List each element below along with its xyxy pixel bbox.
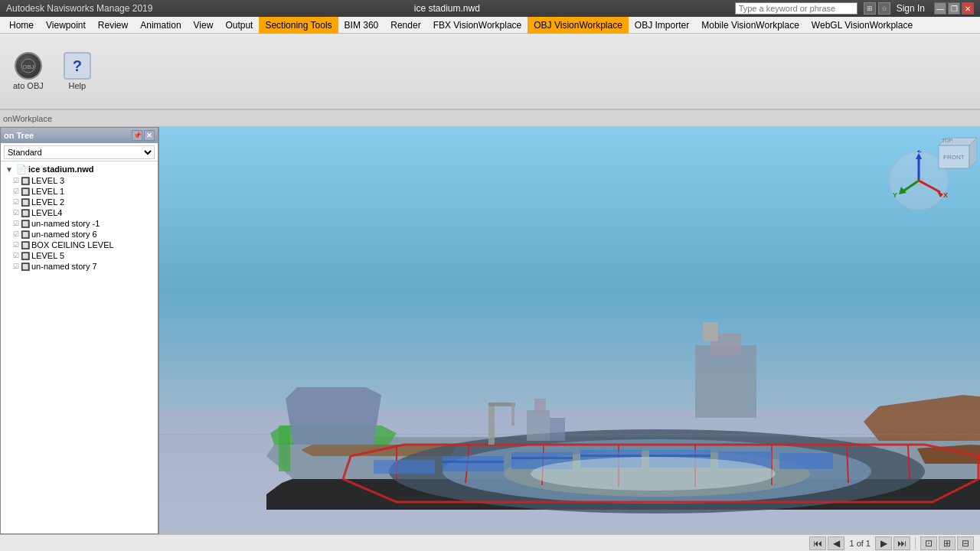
svg-text:X: X [943,191,948,199]
tree-item-level2[interactable]: ☑ 🔲 LEVEL 2 [1,197,158,207]
menu-item-home[interactable]: Home [3,17,40,34]
tree-mode-select[interactable]: Standard Compact Properties Sets [4,145,155,159]
menu-item-sectioning-tools[interactable]: Sectioning Tools [259,17,338,34]
svg-rect-26 [443,456,504,471]
3d-model [159,127,980,534]
root-file-icon: 📄 [16,165,27,174]
view-settings-btn2[interactable]: ⊞ [939,536,956,550]
panel-close-btn[interactable]: ✕ [144,130,155,141]
level1-group-icon: 🔲 [21,187,30,196]
menu-item-render[interactable]: Render [384,17,426,34]
svg-rect-32 [374,460,435,474]
svg-text:Z: Z [917,150,922,154]
ribbon-section-label: onWorkplace [3,114,52,123]
level5-group-icon: 🔲 [21,252,30,260]
svg-rect-40 [511,403,514,425]
svg-rect-34 [511,457,573,459]
nav-last-btn[interactable]: ⏭ [893,536,910,550]
menu-item-fbx-visionworkplace[interactable]: FBX VisionWorkplace [427,17,528,34]
statusbar: ⏮ ◀ 1 of 1 ▶ ⏭ ⊡ ⊞ ⊟ [0,534,980,551]
search-input[interactable] [735,2,858,15]
svg-rect-35 [580,455,642,457]
titlebar-right: ⊞ ☆ Sign In — ❐ ✕ [735,2,974,15]
toolbar-icons: ⊞ ☆ [864,2,890,15]
close-btn[interactable]: ✕ [962,2,974,15]
level1-check-icon: ☑ [13,187,19,195]
tree-item-root-label: ice stadium.nwd [28,165,94,174]
viewport[interactable]: Z X Y FRONT TOP [159,127,980,534]
tree-item-unnamed1[interactable]: ☑ 🔲 un-named story -1 [1,218,158,229]
tree-item-level4[interactable]: ☑ 🔲 LEVEL4 [1,207,158,218]
svg-text:TOP: TOP [942,138,953,143]
tree-item-level1[interactable]: ☑ 🔲 LEVEL 1 [1,186,158,197]
menu-item-webgl-visionworkplace[interactable]: WebGL VisionWorkplace [805,17,919,34]
svg-text:OBJ: OBJ [22,64,34,70]
titlebar: Autodesk Navisworks Manage 2019 ice stad… [0,0,980,17]
tree-item-level3[interactable]: ☑ 🔲 LEVEL 3 [1,175,158,186]
help-icon: ? [64,52,91,80]
panel-title-buttons: 📌 ✕ [132,130,155,141]
svg-rect-42 [550,418,565,441]
clip-plane-indicator [159,434,980,435]
main-area: on Tree 📌 ✕ Standard Compact Properties … [0,127,980,534]
svg-rect-39 [488,403,515,406]
svg-rect-31 [779,453,833,469]
box-ceiling-check-icon: ☑ [13,241,19,249]
menu-item-animation[interactable]: Animation [134,17,187,34]
nav-prev-btn[interactable]: ◀ [828,536,844,550]
tree-item-level5[interactable]: ☑ 🔲 LEVEL 5 [1,250,158,261]
menubar: HomeViewpointReviewAnimationViewOutputSe… [0,17,980,34]
app-name: Autodesk Navisworks Manage 2019 [6,3,159,14]
help-btn[interactable]: ? Help [57,48,98,94]
menu-item-review[interactable]: Review [92,17,134,34]
level2-group-icon: 🔲 [21,198,30,207]
level3-check-icon: ☑ [13,177,19,184]
menu-item-obj-importer[interactable]: OBJ Importer [629,17,695,34]
unnamed6-group-icon: 🔲 [21,230,30,239]
svg-rect-36 [649,455,710,457]
help-label: Help [68,81,86,90]
menu-item-output[interactable]: Output [219,17,259,34]
viewcube[interactable]: FRONT TOP [931,130,977,176]
view-settings-btn1[interactable]: ⊡ [920,536,937,550]
tree-item-root[interactable]: ▼ 📄 ice stadium.nwd [1,163,158,175]
info-icon: ⊞ [864,2,876,15]
menu-item-obj-visionworkplace[interactable]: OBJ VisionWorkplace [528,17,629,34]
window-controls: — ❐ ✕ [934,2,974,15]
menu-item-viewpoint[interactable]: Viewpoint [40,17,92,34]
tree-item-unnamed6-label: un-named story 6 [31,230,97,239]
level5-check-icon: ☑ [13,252,19,259]
nav-first-btn[interactable]: ⏮ [809,536,826,550]
restore-btn[interactable]: ❐ [948,2,960,15]
panel-title: on Tree [4,131,34,140]
sign-in-btn[interactable]: Sign In [897,3,925,14]
export-obj-btn[interactable]: OBJ ato OBJ [6,48,51,94]
unnamed7-check-icon: ☑ [13,262,19,270]
tree-item-unnamed6[interactable]: ☑ 🔲 un-named story 6 [1,229,158,240]
menu-item-bim-360[interactable]: BIM 360 [338,17,385,34]
export-obj-label: ato OBJ [13,81,44,90]
ribbon: OBJ ato OBJ ? Help [0,34,980,110]
svg-rect-44 [279,425,290,471]
tree-container: ▼ 📄 ice stadium.nwd ☑ 🔲 LEVEL 3 ☑ 🔲 LEVE… [1,161,158,533]
tree-item-level3-label: LEVEL 3 [31,176,64,185]
tree-item-level4-label: LEVEL4 [31,208,62,217]
minimize-btn[interactable]: — [934,2,946,15]
nav-next-btn[interactable]: ▶ [875,536,892,550]
view-settings-btn3[interactable]: ⊟ [957,536,974,550]
tree-item-level1-label: LEVEL 1 [31,187,64,196]
box-ceiling-group-icon: 🔲 [21,241,30,249]
unnamed6-check-icon: ☑ [13,230,19,238]
ribbon-section-bar: onWorkplace [0,110,980,127]
menu-item-view[interactable]: View [188,17,220,34]
level2-check-icon: ☑ [13,198,19,206]
root-expand-icon: ▼ [4,164,15,174]
svg-rect-33 [443,461,504,463]
menu-item-mobile-visionworkplace[interactable]: Mobile VisionWorkplace [695,17,805,34]
tree-item-unnamed7[interactable]: ☑ 🔲 un-named story 7 [1,261,158,272]
tree-item-box-ceiling[interactable]: ☑ 🔲 BOX CEILING LEVEL [1,240,158,250]
svg-text:Y: Y [893,191,897,199]
unnamed1-group-icon: 🔲 [21,220,30,228]
panel-pin-btn[interactable]: 📌 [132,130,142,141]
export-obj-icon: OBJ [15,52,42,80]
